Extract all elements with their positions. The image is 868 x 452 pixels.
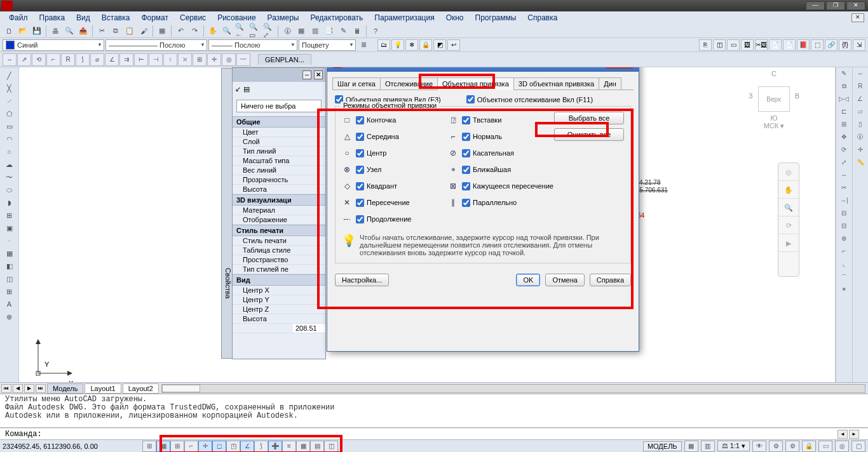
ellipse-arc-icon[interactable]: ◗ <box>3 197 17 208</box>
polyline-icon[interactable]: ⟋ <box>3 95 17 107</box>
mtext-icon[interactable]: A <box>3 298 17 310</box>
layer-off-icon[interactable]: 💡 <box>391 39 404 51</box>
palette-row[interactable]: Отображение <box>233 215 325 225</box>
viewcube-east[interactable]: В <box>795 92 799 100</box>
arc-icon[interactable]: ◠ <box>3 133 17 145</box>
palette-row[interactable]: Центр X <box>233 286 325 295</box>
blend-icon[interactable]: ⌒ <box>837 273 850 284</box>
anno-visibility-icon[interactable]: 👁 <box>752 441 766 452</box>
palette-row[interactable]: Стиль печати <box>233 236 325 246</box>
menu-view[interactable]: Вид <box>71 12 95 23</box>
menu-draw[interactable]: Рисование <box>212 12 261 23</box>
hatch-icon[interactable]: ▦ <box>3 248 17 259</box>
coordinates-readout[interactable]: 2324952.45, 6112390.66, 0.00 <box>3 442 142 450</box>
addselected-icon[interactable]: ⊕ <box>3 311 17 322</box>
menu-tools[interactable]: Сервис <box>175 12 211 23</box>
make-block-icon[interactable]: ▣ <box>3 222 17 234</box>
model-paper-button[interactable]: МОДЕЛЬ <box>643 441 682 451</box>
gradient-icon[interactable]: ◧ <box>3 260 17 272</box>
nav-showmotion-icon[interactable]: ▶ <box>778 234 799 252</box>
point-icon[interactable]: · <box>3 235 17 246</box>
zoom-prev-icon[interactable]: 🔍← <box>234 25 247 37</box>
palette-title[interactable]: Свойства <box>221 68 233 359</box>
radius-dim-icon[interactable]: R <box>61 53 75 66</box>
properties-icon[interactable]: 🛈 <box>281 25 294 37</box>
menu-insert[interactable]: Вставка <box>97 12 135 23</box>
lineweight-combo[interactable]: ——— Послою▼ <box>208 39 297 51</box>
aligned-dim-icon[interactable]: ⇗ <box>17 53 31 66</box>
menu-window[interactable]: Окно <box>441 12 469 23</box>
break-at-icon[interactable]: ⊟ <box>837 209 850 221</box>
jog-line-icon[interactable]: 〰 <box>236 53 250 66</box>
anno-autoscale-icon[interactable]: ⚙ <box>769 441 783 452</box>
osnap-mode-checkbox[interactable]: Кажущееся пересечение <box>462 182 553 190</box>
plotstyle-combo[interactable]: Поцвету▼ <box>299 39 356 51</box>
osnap-mode-checkbox[interactable]: Квадрант <box>356 182 397 190</box>
xref-clip-icon[interactable]: ◫ <box>713 39 726 51</box>
selection-combo[interactable]: Ничего не выбра <box>236 100 322 112</box>
tab-next-icon[interactable]: ▶ <box>24 384 34 393</box>
radius-icon[interactable]: R <box>854 83 867 94</box>
palette-group-header[interactable]: 3D визуализаци <box>233 194 325 206</box>
viewcube-wcs[interactable]: МСК ▾ <box>749 122 799 130</box>
toolpalette-icon[interactable]: ▥ <box>309 25 322 37</box>
palette-row[interactable]: Вес линий <box>233 166 325 175</box>
undo-icon[interactable]: ↶ <box>174 25 187 37</box>
quickcalc-icon[interactable]: 🖩 <box>351 25 363 37</box>
sheetset-icon[interactable]: 📑 <box>323 25 336 37</box>
redo-icon[interactable]: ↷ <box>188 25 201 37</box>
image-attach-icon[interactable]: 🖼 <box>741 39 754 51</box>
osnap-mode-checkbox[interactable]: Параллельно <box>462 199 517 207</box>
trim-icon[interactable]: ✂ <box>837 184 850 196</box>
save-icon[interactable]: 💾 <box>31 25 43 37</box>
window-minimize[interactable]: — <box>806 1 825 10</box>
palette-autohide-icon[interactable]: ↔ <box>302 70 311 79</box>
preview-icon[interactable]: 🔍 <box>63 25 76 37</box>
grid-toggle[interactable]: ⊞ <box>170 441 184 452</box>
isolate-icon[interactable]: ◎ <box>835 441 849 452</box>
color-combo[interactable]: Синий ▼ <box>3 39 104 51</box>
cmd-history-right-icon[interactable]: ▶ <box>849 430 859 439</box>
quick-select-icon[interactable]: ▤ <box>243 85 250 93</box>
h-scrollbar[interactable] <box>161 384 865 393</box>
nav-orbit-icon[interactable]: ⟳ <box>778 216 799 234</box>
copy-icon[interactable]: ⧉ <box>109 25 122 37</box>
palette-row[interactable]: Пространство <box>233 255 325 265</box>
viewcube-face[interactable]: Верх <box>758 86 790 112</box>
explode-icon[interactable]: ✶ <box>837 286 850 297</box>
options-button[interactable]: Настройка... <box>335 274 389 286</box>
layer-lock-icon[interactable]: 🔒 <box>419 39 432 51</box>
center-mark-icon[interactable]: ✛ <box>207 53 221 66</box>
ole-icon[interactable]: ⬚ <box>811 39 824 51</box>
zoom-extents-icon[interactable]: 🔍⤢ <box>262 25 275 37</box>
layer-manager-icon[interactable]: 🗂 <box>377 39 390 51</box>
list-info-icon[interactable]: 🛈 <box>854 133 867 145</box>
matchprop-icon[interactable]: 🖌 <box>137 25 150 37</box>
viewcube-north[interactable]: С <box>749 70 799 77</box>
select-all-button[interactable]: Выбрать все <box>554 112 624 124</box>
publish-icon[interactable]: 📤 <box>77 25 90 37</box>
image-clip-icon[interactable]: ✂🖼 <box>755 39 768 51</box>
layer-prev-icon[interactable]: ↩ <box>447 39 460 51</box>
osnap-toggle[interactable]: ◻ <box>212 441 226 452</box>
anno-scale-combo[interactable]: ⚖ 1:1 ▾ <box>717 441 750 451</box>
property-value[interactable]: 208.51 <box>293 324 325 333</box>
osnap-mode-checkbox[interactable]: Центр <box>356 149 387 157</box>
tab-snap-grid[interactable]: Шаг и сетка <box>332 77 381 90</box>
palette-row[interactable]: Прозрачность <box>233 175 325 185</box>
palette-row[interactable]: Таблица стиле <box>233 246 325 255</box>
markup-icon[interactable]: ✎ <box>337 25 349 37</box>
chamfer-icon[interactable]: ⌐ <box>837 248 850 259</box>
rotate-icon[interactable]: ⟳ <box>837 146 850 157</box>
tab-3dosnap[interactable]: 3D объектная привязка <box>513 77 599 90</box>
external-ref-icon[interactable]: ⇲ <box>853 39 865 51</box>
paste-icon[interactable]: 📋 <box>123 25 136 37</box>
angular-dim-icon[interactable]: ∠ <box>105 53 119 66</box>
document-tab[interactable]: GENPLAN... <box>258 54 311 65</box>
hardware-accel-icon[interactable]: ▭ <box>818 441 832 452</box>
help-button[interactable]: Справка <box>590 274 631 286</box>
window-close[interactable]: ✕ <box>846 1 865 10</box>
drawing-area[interactable]: С З Верх В Ю МСК ▾ ◎ ✋ 🔍 ⟳ ▶ +61024.21.7… <box>19 67 835 394</box>
osnap-mode-checkbox[interactable]: Узел <box>356 166 381 174</box>
palette-close-icon[interactable]: ✕ <box>314 70 323 79</box>
